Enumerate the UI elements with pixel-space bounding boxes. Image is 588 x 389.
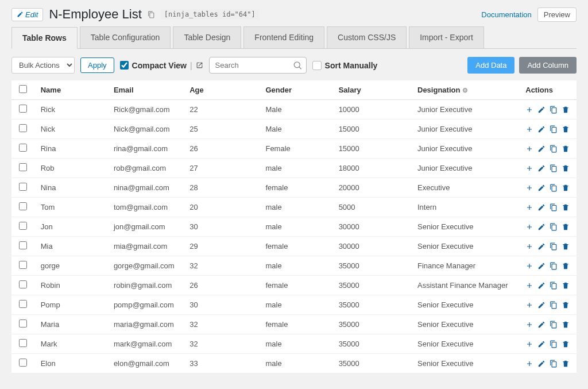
edit-icon[interactable] — [537, 223, 546, 231]
edit-icon[interactable] — [537, 106, 546, 114]
gear-icon[interactable]: ⚙ — [462, 87, 468, 94]
edit-icon[interactable] — [537, 184, 546, 192]
edit-icon[interactable] — [537, 262, 546, 270]
sort-manually-toggle[interactable]: Sort Manually — [312, 61, 378, 70]
external-icon[interactable] — [196, 61, 203, 69]
apply-button[interactable]: Apply — [80, 57, 114, 73]
edit-icon[interactable] — [537, 360, 546, 368]
delete-icon[interactable] — [562, 184, 570, 192]
edit-icon[interactable] — [537, 125, 546, 133]
preview-button[interactable]: Preview — [537, 7, 577, 22]
duplicate-icon[interactable] — [550, 223, 558, 231]
duplicate-icon[interactable] — [550, 106, 558, 114]
add-icon[interactable] — [525, 242, 533, 251]
add-icon[interactable] — [525, 223, 533, 231]
delete-icon[interactable] — [562, 164, 570, 172]
duplicate-icon[interactable] — [550, 301, 558, 309]
tab[interactable]: Frontend Editing — [243, 26, 324, 48]
row-checkbox[interactable] — [19, 280, 27, 288]
row-checkbox[interactable] — [19, 163, 27, 171]
delete-icon[interactable] — [562, 125, 570, 133]
duplicate-icon[interactable] — [550, 184, 558, 192]
delete-icon[interactable] — [562, 223, 570, 231]
edit-icon[interactable] — [537, 282, 546, 290]
row-checkbox[interactable] — [19, 183, 27, 191]
tab[interactable]: Custom CSS/JS — [327, 26, 407, 48]
bulk-actions-select[interactable]: Bulk Actions — [11, 57, 75, 74]
edit-icon[interactable] — [537, 145, 546, 153]
delete-icon[interactable] — [562, 301, 570, 309]
duplicate-icon[interactable] — [550, 340, 558, 348]
row-checkbox[interactable] — [19, 359, 27, 367]
col-name[interactable]: Name — [35, 80, 108, 100]
copy-icon[interactable] — [148, 11, 155, 18]
duplicate-icon[interactable] — [550, 242, 558, 251]
compact-view-toggle[interactable]: Compact View | — [120, 61, 203, 70]
delete-icon[interactable] — [562, 282, 570, 290]
edit-button[interactable]: Edit — [11, 8, 43, 21]
row-checkbox[interactable] — [19, 339, 27, 347]
add-icon[interactable] — [525, 184, 533, 192]
compact-view-checkbox[interactable] — [120, 61, 129, 70]
edit-icon[interactable] — [537, 203, 546, 211]
edit-icon[interactable] — [537, 242, 546, 251]
add-icon[interactable] — [525, 282, 533, 290]
delete-icon[interactable] — [562, 262, 570, 270]
duplicate-icon[interactable] — [550, 125, 558, 133]
delete-icon[interactable] — [562, 340, 570, 348]
duplicate-icon[interactable] — [550, 360, 558, 368]
shortcode-text[interactable]: [ninja_tables id="64"] — [161, 9, 259, 20]
tab[interactable]: Table Configuration — [80, 26, 171, 48]
cell-email: rina@gmail.com — [108, 139, 184, 159]
add-icon[interactable] — [525, 360, 533, 368]
edit-icon[interactable] — [537, 301, 546, 309]
tab[interactable]: Table Design — [173, 26, 241, 48]
add-icon[interactable] — [525, 145, 533, 153]
add-icon[interactable] — [525, 106, 533, 114]
col-gender[interactable]: Gender — [260, 80, 332, 100]
delete-icon[interactable] — [562, 321, 570, 329]
edit-icon[interactable] — [537, 164, 546, 172]
documentation-link[interactable]: Documentation — [481, 10, 531, 19]
row-checkbox[interactable] — [19, 319, 27, 328]
sort-checkbox[interactable] — [312, 61, 322, 70]
add-icon[interactable] — [525, 203, 533, 211]
tab[interactable]: Table Rows — [11, 27, 78, 49]
duplicate-icon[interactable] — [550, 203, 558, 211]
add-icon[interactable] — [525, 321, 533, 329]
add-icon[interactable] — [525, 301, 533, 309]
add-column-button[interactable]: Add Column — [519, 57, 577, 74]
col-designation[interactable]: Designation⚙ — [412, 80, 520, 100]
row-checkbox[interactable] — [19, 202, 27, 210]
row-checkbox[interactable] — [19, 300, 27, 308]
edit-icon[interactable] — [537, 321, 546, 329]
row-checkbox[interactable] — [19, 241, 27, 249]
row-checkbox[interactable] — [19, 144, 27, 152]
duplicate-icon[interactable] — [550, 321, 558, 329]
duplicate-icon[interactable] — [550, 262, 558, 270]
add-icon[interactable] — [525, 125, 533, 133]
row-checkbox[interactable] — [19, 261, 27, 269]
row-checkbox[interactable] — [19, 124, 27, 132]
add-icon[interactable] — [525, 340, 533, 348]
col-email[interactable]: Email — [108, 80, 184, 100]
duplicate-icon[interactable] — [550, 164, 558, 172]
select-all-checkbox[interactable] — [19, 85, 27, 93]
col-age[interactable]: Age — [184, 80, 260, 100]
tab[interactable]: Import - Export — [409, 26, 484, 48]
delete-icon[interactable] — [562, 360, 570, 368]
add-data-button[interactable]: Add Data — [467, 57, 514, 74]
duplicate-icon[interactable] — [550, 282, 558, 290]
add-icon[interactable] — [525, 164, 533, 172]
delete-icon[interactable] — [562, 242, 570, 251]
delete-icon[interactable] — [562, 106, 570, 114]
duplicate-icon[interactable] — [550, 145, 558, 153]
delete-icon[interactable] — [562, 203, 570, 211]
search-input[interactable] — [209, 57, 307, 74]
row-checkbox[interactable] — [19, 105, 27, 113]
col-salary[interactable]: Salary — [333, 80, 412, 100]
add-icon[interactable] — [525, 262, 533, 270]
row-checkbox[interactable] — [19, 222, 27, 230]
edit-icon[interactable] — [537, 340, 546, 348]
delete-icon[interactable] — [562, 145, 570, 153]
